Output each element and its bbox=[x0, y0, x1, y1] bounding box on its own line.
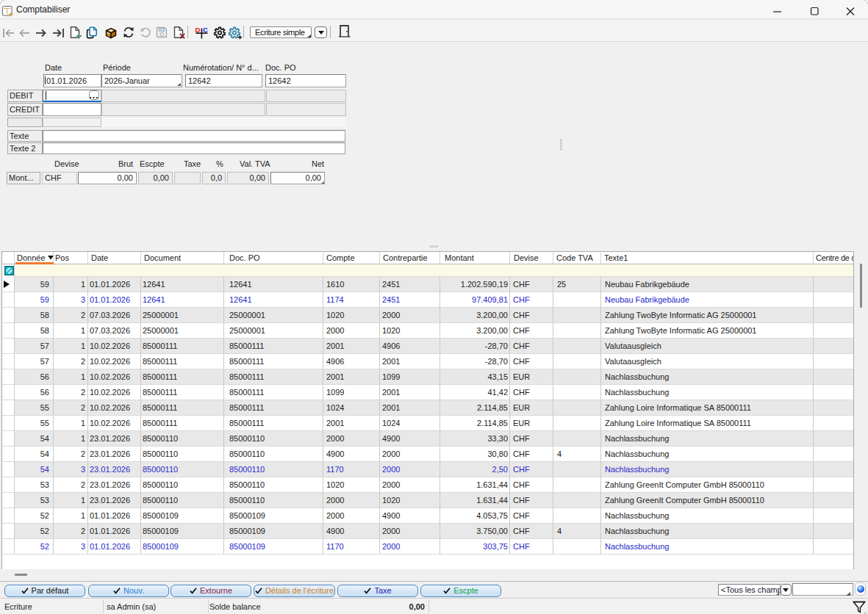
svg-text:D: D bbox=[196, 26, 201, 34]
svg-text:C: C bbox=[203, 26, 208, 34]
